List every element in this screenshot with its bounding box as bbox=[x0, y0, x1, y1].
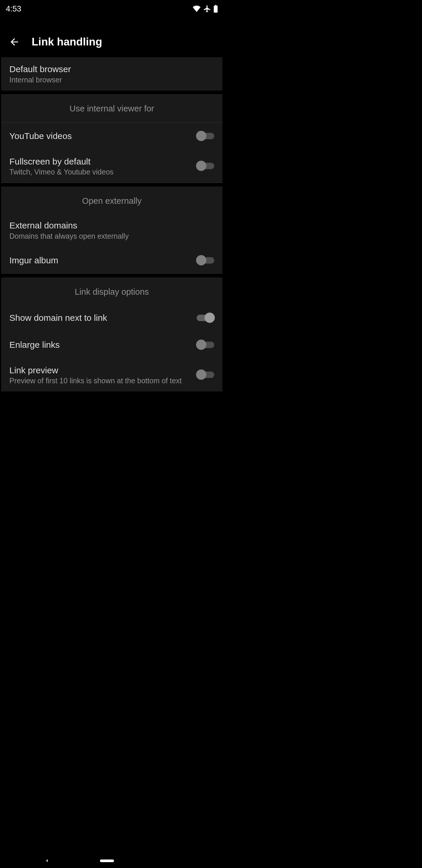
toggle-youtube-videos[interactable] bbox=[197, 133, 214, 139]
setting-title: Show domain next to link bbox=[9, 312, 197, 323]
setting-title: Enlarge links bbox=[9, 339, 197, 350]
toggle-enlarge-links[interactable] bbox=[197, 342, 214, 348]
back-button[interactable] bbox=[7, 35, 22, 49]
setting-title: Link preview bbox=[9, 365, 197, 376]
setting-subtitle: Twitch, Vimeo & Youtube videos bbox=[9, 168, 197, 176]
section-link-display: Link display options Show domain next to… bbox=[1, 277, 222, 392]
setting-subtitle: Preview of first 10 links is shown at th… bbox=[9, 376, 197, 385]
section-open-externally: Open externally External domains Domains… bbox=[1, 186, 222, 274]
arrow-back-icon bbox=[9, 36, 20, 48]
setting-external-domains[interactable]: External domains Domains that always ope… bbox=[1, 214, 222, 247]
airplane-icon bbox=[203, 5, 211, 13]
section-header-link-display: Link display options bbox=[1, 277, 222, 304]
setting-title: Default browser bbox=[9, 64, 214, 75]
settings-container: Default browser Internal browser Use int… bbox=[0, 57, 224, 392]
setting-subtitle: Internal browser bbox=[9, 76, 214, 84]
status-icons bbox=[193, 5, 218, 13]
setting-subtitle: Domains that always open externally bbox=[9, 232, 214, 241]
toggle-show-domain[interactable] bbox=[197, 315, 214, 321]
toggle-link-preview[interactable] bbox=[197, 372, 214, 378]
wifi-icon bbox=[193, 6, 201, 12]
section-default-browser: Default browser Internal browser bbox=[1, 57, 222, 91]
toggle-imgur-album[interactable] bbox=[197, 257, 214, 264]
setting-imgur-album[interactable]: Imgur album bbox=[1, 247, 222, 274]
setting-link-preview[interactable]: Link preview Preview of first 10 links i… bbox=[1, 358, 222, 392]
toolbar: Link handling bbox=[0, 26, 224, 57]
status-bar: 4:53 bbox=[0, 0, 224, 18]
setting-title: External domains bbox=[9, 220, 214, 231]
section-header-internal-viewer: Use internal viewer for bbox=[1, 94, 222, 123]
toggle-fullscreen-default[interactable] bbox=[197, 163, 214, 169]
page-title: Link handling bbox=[32, 36, 102, 48]
setting-title: Imgur album bbox=[9, 255, 197, 266]
setting-enlarge-links[interactable]: Enlarge links bbox=[1, 331, 222, 358]
section-header-open-externally: Open externally bbox=[1, 186, 222, 214]
setting-title: YouTube videos bbox=[9, 130, 197, 142]
setting-youtube-videos[interactable]: YouTube videos bbox=[1, 123, 222, 150]
section-internal-viewer: Use internal viewer for YouTube videos F… bbox=[1, 94, 222, 183]
setting-fullscreen-default[interactable]: Fullscreen by default Twitch, Vimeo & Yo… bbox=[1, 150, 222, 183]
setting-default-browser[interactable]: Default browser Internal browser bbox=[1, 57, 222, 91]
status-time: 4:53 bbox=[6, 4, 22, 13]
setting-show-domain[interactable]: Show domain next to link bbox=[1, 304, 222, 331]
setting-title: Fullscreen by default bbox=[9, 156, 197, 167]
divider bbox=[1, 183, 222, 183]
battery-icon bbox=[214, 5, 218, 12]
